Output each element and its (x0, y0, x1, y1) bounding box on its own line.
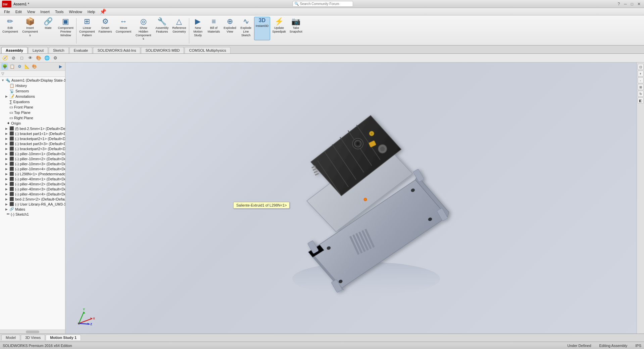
titlebar-search[interactable]: 🔍 (293, 1, 353, 7)
exploded-view-btn[interactable]: ⊕ ExplodedView (222, 17, 238, 40)
tree-item-piller40-1[interactable]: ▶ ⬛ (-) piller-40mm<1> (Default<Defa... (0, 176, 65, 181)
tree-item-piller40-4[interactable]: ▶ ⬛ (-) piller-40mm<4> (Default<Defa... (0, 191, 65, 197)
edit-component-btn[interactable]: ✏ EditComponent (1, 17, 20, 40)
tree-item-bp23[interactable]: ▶ ⬛ (-) bracketpart2<3> (Default<Defa... (0, 146, 65, 151)
hide-show-icon[interactable]: 👁 (27, 54, 34, 62)
view-orientation-icon[interactable]: 🧭 (1, 54, 9, 62)
tree-item-bracket3[interactable]: ▶ ⬛ (-) bracket part3<3> (Default<Defa..… (0, 141, 65, 146)
minimize-btn[interactable]: ─ (623, 2, 628, 6)
update-speedpak-btn[interactable]: ⚡ UpdateSpeedpak (270, 17, 288, 40)
tree-item-origin[interactable]: ✦ Origin (0, 121, 65, 126)
tab-sketch[interactable]: Sketch (49, 47, 69, 53)
help-icon[interactable]: ? (616, 2, 622, 6)
feature-manager-icon[interactable]: 🌳 (1, 63, 8, 70)
fit-view-btn[interactable]: ⊞ (638, 84, 644, 90)
display-manager-icon[interactable]: 🎨 (31, 63, 38, 70)
insert-components-btn[interactable]: 📦 InsertComponents (20, 17, 40, 40)
tree-item-piller10-1[interactable]: ▶ ⬛ (-) piller-10mm<1> (Default<Defa... (0, 151, 65, 156)
tree-item-mates[interactable]: ▶ 🔗 Mates (0, 207, 65, 212)
tree-expand-p40-4[interactable]: ▶ (5, 192, 9, 196)
tree-root[interactable]: ▼ 🔩 Assem1 (Default<Display State-1>) (0, 78, 65, 83)
tree-expand-bed2[interactable]: ▶ (5, 198, 9, 201)
tree-expand-bp23[interactable]: ▶ (5, 147, 9, 150)
linear-pattern-btn[interactable]: ⊞ LinearComponentPattern (78, 17, 97, 40)
tree-item-right-plane[interactable]: ▭ Right Plane (0, 115, 65, 121)
tree-expand-root[interactable]: ▼ (1, 79, 5, 82)
tree-item-user-library[interactable]: ▶ ⬛ (-) User Library-R6_AA_UM3-1_5V_h... (0, 202, 65, 207)
view-settings-icon[interactable]: ⚙ (52, 54, 59, 62)
tab-evaluate[interactable]: Evaluate (69, 47, 93, 53)
menu-window[interactable]: Window (66, 9, 85, 14)
tree-item-equations[interactable]: ∑ Equations (0, 99, 65, 104)
tree-expand-p10-3[interactable]: ▶ (5, 162, 9, 166)
property-manager-icon[interactable]: 📋 (9, 63, 15, 70)
explode-line-btn[interactable]: ∿ ExplodeLineSketch (238, 17, 254, 40)
component-preview-btn[interactable]: ▣ ComponentPreviewWindow (56, 17, 76, 40)
tree-item-bed2[interactable]: ▶ ⬛ bed-2.5mm<2> (Default<Default... (0, 197, 65, 202)
tree-expand-bracket1[interactable]: ▶ (5, 132, 9, 135)
viewport[interactable]: Saliente-Extruid1 of L298N<1> X Y Z (65, 62, 644, 334)
take-snapshot-btn[interactable]: 📷 TakeSnapshot (288, 17, 304, 40)
menu-edit[interactable]: Edit (13, 9, 24, 14)
menu-help[interactable]: Help (85, 9, 98, 14)
tree-expand-b3[interactable]: ▶ (5, 142, 9, 145)
tab-comsol[interactable]: COMSOL Multiphysics (185, 47, 230, 53)
tree-expand-p40-3[interactable]: ▶ (5, 187, 9, 191)
dim-xpert-icon[interactable]: 📐 (23, 63, 30, 70)
tree-expand-bp21[interactable]: ▶ (5, 137, 9, 140)
tree-expand-p10-1[interactable]: ▶ (5, 152, 9, 156)
tree-item-bed1[interactable]: ▶ ⬛ (f) bed-2.5mm<1> (Default<Defa... (0, 126, 65, 131)
new-motion-study-btn[interactable]: ▶ NewMotionStudy (190, 17, 206, 40)
tab-3dviews[interactable]: 3D Views (21, 335, 45, 340)
tree-item-piller40-3[interactable]: ▶ ⬛ (-) piller-40mm<3> (Default<Defa... (0, 186, 65, 191)
tab-sw-mbd[interactable]: SOLIDWORKS MBD (141, 47, 184, 53)
tree-expand-bed1[interactable]: ▶ (5, 127, 9, 130)
search-input[interactable] (300, 2, 350, 6)
tree-expand-annotations[interactable]: ▶ (5, 95, 9, 98)
tree-item-sketch1[interactable]: ✏ (-) Sketch1 (0, 212, 65, 217)
tree-expand-p10-2[interactable]: ▶ (5, 157, 9, 161)
tree-item-annotations[interactable]: ▶ 📝 Annotations (0, 94, 65, 99)
tree-expand-p40-1[interactable]: ▶ (5, 177, 9, 181)
smart-fasteners-btn[interactable]: ⚙ SmartFasteners (97, 17, 114, 40)
reference-geometry-btn[interactable]: △ ReferenceGeometry (170, 17, 188, 40)
mate-btn[interactable]: 🔗 Mate (41, 17, 56, 40)
tree-item-piller10-3[interactable]: ▶ ⬛ (-) piller-10mm<3> (Default<Defa... (0, 161, 65, 166)
tree-item-bracket1[interactable]: ▶ ⬛ (-) bracket part1<1> (Default<Def... (0, 131, 65, 136)
tree-item-bracketpart2-1[interactable]: ▶ ⬛ (-) bracketpart2<1> (Default<Defa... (0, 136, 65, 141)
display-style-icon[interactable]: □ (18, 54, 26, 62)
tree-item-sensors[interactable]: 📡 Sensors (0, 88, 65, 94)
tree-expand-p40-2[interactable]: ▶ (5, 182, 9, 186)
section-btn[interactable]: ◧ (638, 97, 644, 103)
config-manager-icon[interactable]: ⚙ (16, 63, 23, 70)
assembly-features-btn[interactable]: 🔧 AssemblyFeatures (154, 17, 170, 40)
restore-btn[interactable]: □ (630, 2, 635, 6)
tab-assembly[interactable]: Assembly (1, 47, 28, 53)
tree-expand-p10-4[interactable]: ▶ (5, 167, 9, 171)
tab-layout[interactable]: Layout (28, 47, 48, 53)
instant3d-btn[interactable]: 3D Instant3D (254, 17, 270, 40)
edit-appearance-icon[interactable]: 🎨 (35, 54, 42, 62)
show-hidden-btn[interactable]: ◎ ShowHiddenComponents (133, 17, 153, 40)
menu-insert[interactable]: Insert (38, 9, 52, 14)
tree-item-top-plane[interactable]: ▭ Top Plane (0, 110, 65, 115)
tree-expand-L298N[interactable]: ▶ (5, 172, 9, 176)
section-view-icon[interactable]: ⊘ (10, 54, 17, 62)
tab-model[interactable]: Model (1, 335, 20, 340)
tree-expand-mates[interactable]: ▶ (5, 208, 9, 211)
zoom-out-btn[interactable]: - (638, 77, 644, 83)
menu-tools[interactable]: Tools (52, 9, 66, 14)
close-btn[interactable]: ✕ (636, 2, 642, 6)
view-orient-btn[interactable]: ⊡ (638, 64, 644, 70)
tree-item-piller10-2[interactable]: ▶ ⬛ (-) piller-10mm<2> (Default<Defa... (0, 156, 65, 161)
sidebar-scrollbar[interactable] (0, 330, 65, 334)
tree-item-front-plane[interactable]: ▭ Front Plane (0, 104, 65, 110)
tree-item-L298N[interactable]: ▶ ⬛ (-) L298N<1> (Predeterminado<P... (0, 171, 65, 176)
bill-of-materials-btn[interactable]: ≡ Bill ofMaterials (206, 17, 222, 40)
tab-sw-addins[interactable]: SOLIDWORKS Add-Ins (93, 47, 140, 53)
menu-file[interactable]: File (1, 9, 13, 14)
tab-motion-study-1[interactable]: Motion Study 1 (46, 335, 81, 340)
menu-view[interactable]: View (24, 9, 38, 14)
tree-item-piller10-4[interactable]: ▶ ⬛ (-) piller-10mm<4> (Default<Defa... (0, 166, 65, 171)
tree-expand-ul[interactable]: ▶ (5, 203, 9, 206)
